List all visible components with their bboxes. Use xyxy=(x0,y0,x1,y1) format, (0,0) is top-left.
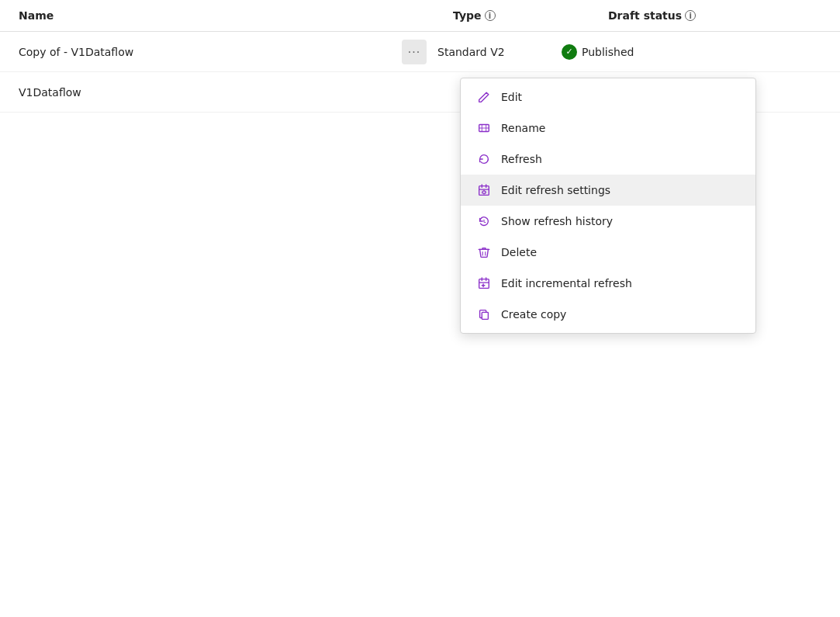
rename-icon xyxy=(476,120,492,136)
row1-name: Copy of - V1Dataflow xyxy=(19,46,391,58)
more-options-button[interactable]: ··· xyxy=(402,40,427,64)
menu-item-edit-refresh-settings[interactable]: Edit refresh settings xyxy=(461,175,755,206)
row2-name-text: V1Dataflow xyxy=(19,86,81,99)
menu-label-create-copy: Create copy xyxy=(501,308,566,321)
menu-item-delete[interactable]: Delete xyxy=(461,237,755,268)
menu-label-edit-refresh-settings: Edit refresh settings xyxy=(501,184,610,196)
row1-actions: ··· xyxy=(391,40,437,64)
row1-type: Standard V2 xyxy=(437,46,562,58)
menu-label-rename: Rename xyxy=(501,122,545,134)
trash-icon xyxy=(476,244,492,260)
status-check-icon: ✓ xyxy=(562,44,577,60)
header-name: Name xyxy=(19,9,453,22)
menu-label-refresh: Refresh xyxy=(501,153,542,165)
menu-label-delete: Delete xyxy=(501,246,537,258)
calendar-incremental-icon xyxy=(476,276,492,291)
row1-type-text: Standard V2 xyxy=(437,46,505,58)
menu-item-show-refresh-history[interactable]: Show refresh history xyxy=(461,206,755,237)
draft-info-icon: i xyxy=(685,10,696,21)
menu-item-rename[interactable]: Rename xyxy=(461,113,755,144)
row1-name-text: Copy of - V1Dataflow xyxy=(19,46,133,58)
menu-label-edit: Edit xyxy=(501,91,522,103)
context-menu: EditRenameRefreshEdit refresh settingsSh… xyxy=(460,78,756,334)
svg-rect-3 xyxy=(479,279,489,289)
menu-item-edit[interactable]: Edit xyxy=(461,81,755,113)
svg-rect-4 xyxy=(482,312,488,319)
menu-item-refresh[interactable]: Refresh xyxy=(461,144,755,175)
copy-icon xyxy=(476,307,492,322)
header-name-label: Name xyxy=(19,9,54,22)
header-draft-label: Draft status xyxy=(608,9,682,22)
header-type-label: Type xyxy=(453,9,482,22)
pencil-icon xyxy=(476,89,492,105)
menu-label-edit-incremental-refresh: Edit incremental refresh xyxy=(501,277,632,289)
type-info-icon: i xyxy=(485,10,496,21)
table-header: Name Type i Draft status i xyxy=(0,0,840,32)
header-type: Type i xyxy=(453,9,608,22)
row1-status: ✓ Published xyxy=(562,44,821,60)
menu-label-show-refresh-history: Show refresh history xyxy=(501,215,613,227)
table-row: Copy of - V1Dataflow ··· Standard V2 ✓ P… xyxy=(0,32,840,72)
refresh-icon xyxy=(476,151,492,167)
history-icon xyxy=(476,213,492,229)
header-draft: Draft status i xyxy=(608,9,821,22)
menu-item-create-copy[interactable]: Create copy xyxy=(461,299,755,330)
row1-status-text: Published xyxy=(582,46,634,58)
row2-name: V1Dataflow xyxy=(19,86,391,99)
calendar-settings-icon xyxy=(476,182,492,198)
menu-item-edit-incremental-refresh[interactable]: Edit incremental refresh xyxy=(461,268,755,299)
